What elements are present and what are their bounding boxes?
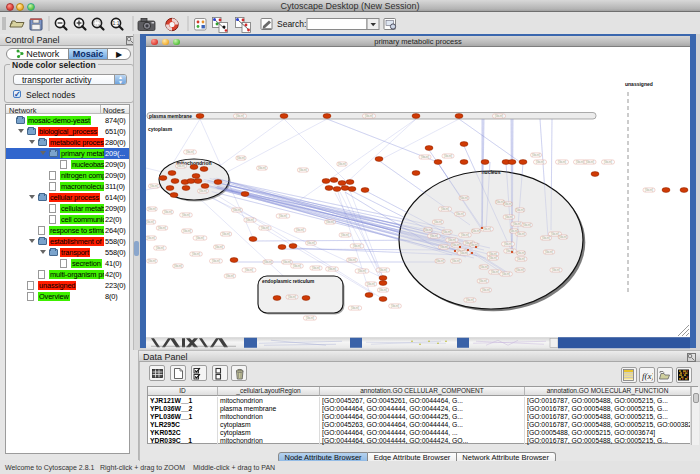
svg-text:[Go-nt]: [Go-nt]: [466, 298, 474, 302]
svg-text:[Go-nt]: [Go-nt]: [365, 114, 373, 118]
svg-text:[Go-nt]: [Go-nt]: [436, 259, 444, 263]
svg-text:[Go-nt]: [Go-nt]: [379, 268, 387, 272]
svg-text:[Go-nt]: [Go-nt]: [236, 114, 244, 118]
svg-text:[Go-nt]: [Go-nt]: [196, 236, 204, 240]
svg-text:[Go-nt]: [Go-nt]: [148, 207, 156, 211]
svg-text:[Go-nt]: [Go-nt]: [174, 264, 182, 268]
svg-text:[Go-nt]: [Go-nt]: [279, 214, 287, 218]
svg-text:[Go-nt]: [Go-nt]: [341, 233, 349, 237]
svg-text:[Go-nt]: [Go-nt]: [177, 164, 185, 168]
svg-text:[Go-nt]: [Go-nt]: [326, 220, 334, 224]
svg-text:[Go-nt]: [Go-nt]: [576, 160, 584, 164]
svg-text:[Go-nt]: [Go-nt]: [460, 251, 468, 255]
svg-text:[Go-nt]: [Go-nt]: [158, 226, 166, 230]
svg-text:[Go-nt]: [Go-nt]: [517, 251, 525, 255]
svg-text:[Go-nt]: [Go-nt]: [502, 272, 510, 276]
svg-text:[Go-nt]: [Go-nt]: [199, 189, 207, 193]
svg-text:[Go-nt]: [Go-nt]: [448, 238, 456, 242]
svg-text:[Go-nt]: [Go-nt]: [495, 114, 503, 118]
svg-text:[Go-nt]: [Go-nt]: [283, 260, 291, 264]
svg-text:[Go-nt]: [Go-nt]: [424, 228, 432, 232]
svg-text:[Go-nt]: [Go-nt]: [246, 218, 254, 222]
svg-text:[Go-nt]: [Go-nt]: [261, 226, 269, 230]
svg-text:[Go-nt]: [Go-nt]: [299, 168, 307, 172]
svg-text:[Go-nt]: [Go-nt]: [517, 257, 525, 261]
svg-text:[Go-nt]: [Go-nt]: [545, 250, 553, 254]
svg-text:[Go-nt]: [Go-nt]: [559, 235, 567, 239]
svg-text:[Go-nt]: [Go-nt]: [491, 270, 499, 274]
svg-text:[Go-nt]: [Go-nt]: [489, 256, 497, 260]
svg-text:[Go-nt]: [Go-nt]: [307, 241, 315, 245]
svg-text:cytoplasm: cytoplasm: [148, 127, 173, 132]
svg-text:[Go-nt]: [Go-nt]: [434, 220, 442, 224]
svg-text:[Go-nt]: [Go-nt]: [456, 212, 464, 216]
svg-text:[Go-nt]: [Go-nt]: [482, 288, 490, 292]
svg-text:[Go-nt]: [Go-nt]: [293, 264, 301, 268]
svg-text:[Go-nt]: [Go-nt]: [542, 236, 550, 240]
svg-text:[Go-nt]: [Go-nt]: [328, 267, 336, 271]
svg-text:[Go-nt]: [Go-nt]: [148, 259, 156, 263]
svg-text:nucleus: nucleus: [482, 169, 501, 175]
svg-text:[Go-nt]: [Go-nt]: [296, 228, 304, 232]
svg-text:[Go-nt]: [Go-nt]: [156, 246, 164, 250]
svg-text:[Go-nt]: [Go-nt]: [506, 249, 514, 253]
svg-text:[Go-nt]: [Go-nt]: [441, 207, 449, 211]
svg-text:[Go-nt]: [Go-nt]: [245, 268, 253, 272]
svg-text:[Go-nt]: [Go-nt]: [516, 268, 524, 272]
svg-text:[Go-nt]: [Go-nt]: [306, 316, 314, 320]
svg-text:[Go-nt]: [Go-nt]: [604, 160, 612, 164]
svg-text:[Go-nt]: [Go-nt]: [182, 213, 190, 217]
svg-text:plasma membrane: plasma membrane: [149, 114, 192, 119]
svg-text:[Go-nt]: [Go-nt]: [523, 223, 531, 227]
svg-text:[Go-nt]: [Go-nt]: [513, 222, 521, 226]
svg-text:[Go-nt]: [Go-nt]: [147, 236, 155, 240]
svg-text:[Go-nt]: [Go-nt]: [348, 258, 356, 262]
svg-text:[Go-nt]: [Go-nt]: [480, 265, 488, 269]
svg-text:[Go-nt]: [Go-nt]: [532, 153, 540, 157]
svg-text:[Go-nt]: [Go-nt]: [586, 160, 594, 164]
svg-text:[Go-nt]: [Go-nt]: [558, 160, 566, 164]
svg-text:unassigned: unassigned: [625, 81, 653, 87]
svg-text:[Go-nt]: [Go-nt]: [312, 266, 320, 270]
svg-text:[Go-nt]: [Go-nt]: [258, 166, 266, 170]
svg-text:[Go-nt]: [Go-nt]: [233, 208, 241, 212]
svg-text:[Go-nt]: [Go-nt]: [186, 150, 194, 154]
svg-text:[Go-nt]: [Go-nt]: [226, 274, 234, 278]
svg-text:[Go-nt]: [Go-nt]: [452, 259, 460, 263]
svg-text:[Go-nt]: [Go-nt]: [288, 295, 296, 299]
svg-text:[Go-nt]: [Go-nt]: [505, 215, 513, 219]
svg-text:[Go-nt]: [Go-nt]: [472, 229, 480, 233]
svg-text:[Go-nt]: [Go-nt]: [192, 252, 200, 256]
svg-text:[Go-nt]: [Go-nt]: [379, 288, 387, 292]
svg-text:[Go-nt]: [Go-nt]: [504, 202, 512, 206]
svg-text:[Go-nt]: [Go-nt]: [645, 188, 653, 192]
svg-text:[Go-nt]: [Go-nt]: [516, 208, 524, 212]
svg-text:[Go-nt]: [Go-nt]: [391, 304, 399, 308]
svg-text:[Go-nt]: [Go-nt]: [164, 210, 172, 214]
svg-text:[Go-nt]: [Go-nt]: [443, 230, 451, 234]
svg-text:[Go-nt]: [Go-nt]: [517, 232, 525, 236]
svg-text:[Go-nt]: [Go-nt]: [146, 220, 154, 224]
svg-text:[Go-nt]: [Go-nt]: [222, 232, 230, 236]
svg-text:[Go-nt]: [Go-nt]: [504, 242, 512, 246]
svg-text:Search:: Search:: [277, 19, 306, 29]
svg-text:[Go-nt]: [Go-nt]: [358, 269, 366, 273]
svg-text:[Go-nt]: [Go-nt]: [489, 252, 497, 256]
svg-text:[Go-nt]: [Go-nt]: [183, 229, 191, 233]
svg-text:[Go-nt]: [Go-nt]: [552, 268, 560, 272]
svg-text:[Go-nt]: [Go-nt]: [496, 200, 504, 204]
svg-text:1:1: 1:1: [113, 20, 120, 26]
svg-text:[Go-nt]: [Go-nt]: [338, 162, 346, 166]
svg-text:[Go-nt]: [Go-nt]: [367, 282, 375, 286]
svg-text:[Go-nt]: [Go-nt]: [479, 279, 487, 283]
svg-text:endoplasmic reticulum: endoplasmic reticulum: [262, 279, 314, 284]
svg-text:[Go-nt]: [Go-nt]: [215, 245, 223, 249]
svg-text:f(x): f(x): [642, 371, 653, 381]
svg-text:[Go-nt]: [Go-nt]: [237, 156, 245, 160]
svg-text:[Go-nt]: [Go-nt]: [461, 233, 469, 237]
svg-text:[Go-nt]: [Go-nt]: [536, 160, 544, 164]
svg-text:[Go-nt]: [Go-nt]: [212, 259, 220, 263]
svg-text:[Go-nt]: [Go-nt]: [444, 154, 452, 158]
svg-text:[Go-nt]: [Go-nt]: [351, 306, 359, 310]
svg-text:[Go-nt]: [Go-nt]: [421, 155, 429, 159]
